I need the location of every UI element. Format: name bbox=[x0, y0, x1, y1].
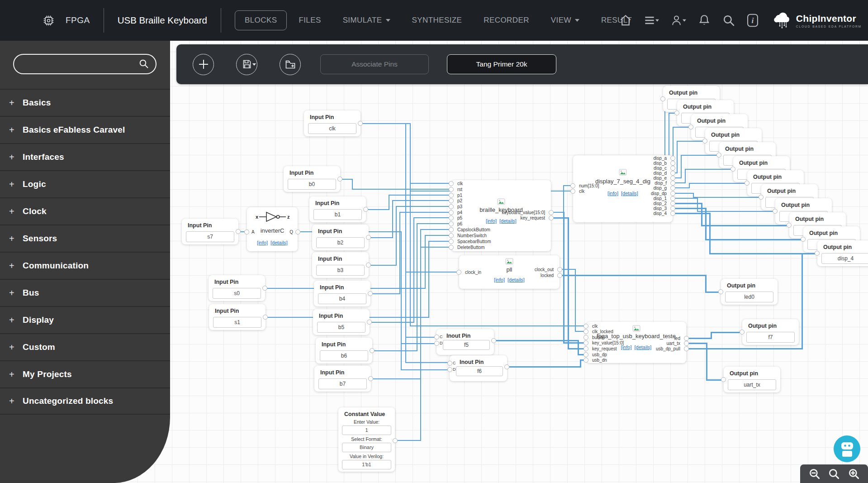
input-pin-block[interactable]: Input Pin bbox=[182, 219, 238, 244]
input-pin-block[interactable]: Input Pin bbox=[309, 196, 366, 222]
output-port[interactable] bbox=[670, 176, 675, 181]
sidebar-item-sensors[interactable]: +Sensors bbox=[0, 225, 170, 252]
input-port[interactable] bbox=[688, 124, 693, 129]
sidebar-item-basics-efabless-caravel[interactable]: +Basics eFabless Caravel bbox=[0, 116, 170, 143]
input-port[interactable] bbox=[660, 96, 665, 101]
constant-value-input[interactable]: 1 bbox=[342, 426, 391, 435]
chipinventor-logo[interactable]: ChipInventor CLOUD BASED EDA PLATFORM bbox=[772, 11, 862, 29]
output-port[interactable] bbox=[670, 161, 675, 166]
input-port[interactable] bbox=[718, 289, 723, 294]
sidebar-item-display[interactable]: +Display bbox=[0, 306, 170, 333]
output-port[interactable] bbox=[549, 215, 554, 220]
output-port[interactable] bbox=[557, 273, 562, 278]
details-link[interactable]: [details] bbox=[508, 277, 525, 282]
pin-name-input[interactable] bbox=[320, 350, 368, 361]
output-port[interactable] bbox=[393, 438, 398, 443]
pin-name-input[interactable] bbox=[317, 322, 365, 333]
info-link[interactable]: [info] bbox=[494, 277, 505, 282]
output-pin-block[interactable]: Output pin bbox=[724, 367, 780, 392]
pin-name-input[interactable] bbox=[318, 378, 367, 389]
format-select[interactable]: Binary bbox=[342, 443, 391, 452]
tab-recorder[interactable]: RECORDER bbox=[484, 16, 529, 25]
input-port[interactable] bbox=[449, 193, 454, 198]
output-port[interactable] bbox=[684, 336, 689, 341]
info-icon[interactable]: i bbox=[747, 14, 759, 27]
pin-name-input[interactable] bbox=[186, 231, 234, 242]
details-link[interactable]: [details] bbox=[270, 240, 288, 245]
input-port[interactable] bbox=[815, 251, 820, 256]
output-port[interactable] bbox=[557, 267, 562, 272]
tab-blocks[interactable]: BLOCKS bbox=[235, 10, 287, 30]
output-port[interactable] bbox=[337, 177, 342, 182]
input-pin-block[interactable]: Input Pin bbox=[209, 275, 265, 301]
zoom-out-icon[interactable] bbox=[808, 468, 821, 480]
output-port[interactable] bbox=[684, 341, 689, 346]
output-port[interactable] bbox=[262, 286, 267, 291]
input-port[interactable] bbox=[583, 340, 588, 345]
output-port[interactable] bbox=[670, 206, 675, 211]
sidebar-item-interfaces[interactable]: +Interfaces bbox=[0, 143, 170, 170]
input-pin-block[interactable]: Input Pin bbox=[313, 309, 370, 335]
output-pin-block[interactable]: Output pin bbox=[742, 319, 799, 345]
user-icon[interactable] bbox=[670, 14, 687, 27]
output-port[interactable] bbox=[504, 364, 509, 369]
input-pin-block[interactable]: Input Pin bbox=[312, 252, 369, 278]
sidebar-item-my-projects[interactable]: +My Projects bbox=[0, 360, 170, 387]
details-link[interactable]: [details] bbox=[621, 191, 638, 196]
pin-name-input[interactable] bbox=[316, 265, 365, 276]
input-port[interactable] bbox=[583, 324, 588, 329]
pin-name-input[interactable] bbox=[308, 123, 356, 134]
board-select-button[interactable]: Tang Primer 20k bbox=[447, 54, 556, 74]
inout-pin-block[interactable]: Inout PinCD bbox=[436, 329, 494, 355]
input-port[interactable] bbox=[759, 195, 764, 200]
input-port[interactable] bbox=[721, 377, 726, 382]
output-port[interactable] bbox=[670, 186, 675, 191]
zoom-in-icon[interactable] bbox=[848, 468, 860, 480]
input-port[interactable] bbox=[773, 209, 778, 214]
output-port[interactable] bbox=[684, 346, 689, 351]
input-port[interactable] bbox=[745, 181, 749, 186]
sidebar-item-clock[interactable]: +Clock bbox=[0, 197, 170, 225]
tab-files[interactable]: FILES bbox=[299, 16, 321, 25]
verilog-value-output[interactable]: 1'b1 bbox=[342, 460, 391, 469]
module-block-braille-keyboard[interactable]: braille_keyboard[info][details]clkrstp1p… bbox=[451, 180, 551, 251]
tab-synthesize[interactable]: SYNTHESIZE bbox=[412, 16, 462, 25]
input-port[interactable] bbox=[244, 230, 249, 234]
sidebar-item-uncategorized-blocks[interactable]: +Uncategorized blocks bbox=[0, 387, 170, 415]
output-port[interactable] bbox=[366, 235, 371, 240]
input-port[interactable] bbox=[716, 153, 721, 158]
pin-name-input[interactable] bbox=[725, 292, 773, 302]
input-pin-block[interactable]: Input Pin bbox=[304, 110, 360, 136]
input-port[interactable] bbox=[449, 233, 454, 238]
pin-name-input[interactable] bbox=[728, 379, 776, 390]
pin-name-input[interactable] bbox=[213, 317, 261, 328]
output-port[interactable] bbox=[670, 171, 675, 176]
output-port[interactable] bbox=[670, 196, 675, 201]
pin-name-input[interactable] bbox=[746, 332, 795, 343]
output-port[interactable] bbox=[358, 121, 363, 126]
output-port[interactable] bbox=[236, 229, 241, 234]
notifications-icon[interactable] bbox=[698, 14, 711, 27]
sidebar-item-logic[interactable]: +Logic bbox=[0, 170, 170, 197]
input-pin-block[interactable]: Input Pin bbox=[284, 166, 340, 192]
input-port[interactable] bbox=[449, 227, 454, 232]
details-link[interactable]: [details] bbox=[499, 218, 517, 224]
home-icon[interactable] bbox=[619, 14, 632, 27]
output-port[interactable] bbox=[366, 263, 371, 268]
input-port[interactable] bbox=[449, 245, 454, 250]
output-port[interactable] bbox=[368, 376, 373, 381]
input-port[interactable] bbox=[456, 270, 461, 275]
details-link[interactable]: [details] bbox=[634, 344, 651, 350]
tab-view[interactable]: VIEW bbox=[551, 16, 579, 25]
input-port[interactable] bbox=[583, 352, 588, 357]
input-port[interactable] bbox=[449, 181, 454, 186]
input-port[interactable] bbox=[449, 210, 454, 215]
output-port[interactable] bbox=[295, 230, 300, 234]
sidebar-item-bus[interactable]: +Bus bbox=[0, 279, 170, 306]
inout-pin-block[interactable]: Inout PinCD bbox=[450, 355, 507, 381]
pin-name-input[interactable] bbox=[313, 209, 362, 220]
module-block-pll[interactable]: pll[info][details]clock_inclock_outlocke… bbox=[459, 255, 560, 289]
assistant-robot-button[interactable] bbox=[834, 435, 860, 462]
input-pin-block[interactable]: Input Pin bbox=[209, 304, 266, 330]
add-block-button[interactable] bbox=[193, 54, 214, 75]
